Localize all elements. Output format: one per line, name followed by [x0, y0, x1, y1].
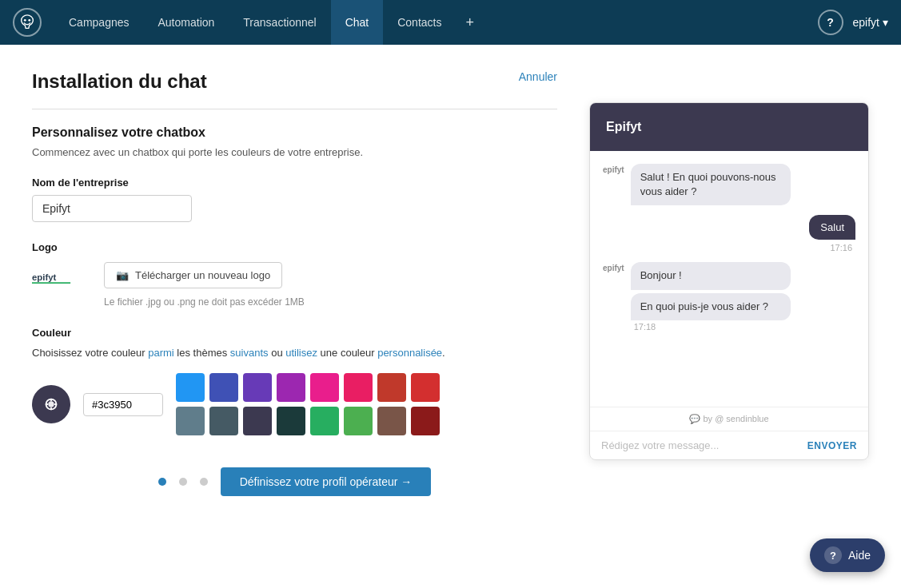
step-dot-3 [200, 478, 208, 486]
header-divider [32, 109, 557, 109]
branding-icon: 💬 [689, 414, 703, 423]
color-desc-parmi: parmi [148, 347, 174, 359]
nav-chat[interactable]: Chat [331, 0, 384, 45]
agent-bubble-2b: En quoi puis-je vous aider ? [631, 293, 791, 320]
logo-row: epifyt 📷 Télécharger un nouveau logo [32, 260, 557, 292]
cancel-link[interactable]: Annuler [519, 70, 557, 83]
swatch-pink[interactable] [310, 373, 339, 402]
section-desc: Commencez avec un chatbox qui porte les … [32, 145, 557, 161]
swatch-dark-grey[interactable] [209, 407, 238, 435]
swatch-blue-grey[interactable] [176, 407, 205, 435]
nav-contacts[interactable]: Contacts [383, 0, 456, 45]
logo-label: Logo [32, 241, 557, 253]
bottom-nav: Définissez votre profil opérateur → [32, 467, 557, 496]
user-menu[interactable]: epifyt ▾ [853, 16, 888, 29]
nav-plus-button[interactable]: + [456, 0, 484, 45]
color-label: Couleur [32, 327, 557, 339]
chat-message-1: epifyt Salut ! En quoi pouvons-nous vous… [603, 164, 855, 205]
chat-body: epifyt Salut ! En quoi pouvons-nous vous… [590, 151, 868, 407]
brand-logo[interactable] [13, 8, 42, 37]
step-dot-1 [158, 478, 166, 486]
chat-preview-header: Epifyt [590, 103, 868, 151]
swatch-dark-red[interactable] [411, 407, 440, 435]
navbar: Campagnes Automation Transactionnel Chat… [0, 0, 901, 45]
page-title: Installation du chat [32, 70, 207, 93]
swatch-brown[interactable] [377, 407, 406, 435]
section-title: Personnalisez votre chatbox [32, 125, 557, 140]
agent-bubble-2a: Bonjour ! [631, 262, 791, 289]
swatch-light-green[interactable] [344, 407, 373, 435]
page-header: Installation du chat Annuler [32, 70, 557, 99]
next-step-button[interactable]: Définissez votre profil opérateur → [221, 467, 432, 496]
svg-point-0 [24, 19, 26, 22]
swatches-row1 [176, 373, 440, 435]
chat-preview-panel: Epifyt epifyt Salut ! En quoi pouvons-no… [589, 102, 869, 496]
swatch-purple[interactable] [277, 373, 305, 402]
branding-text: by @ sendinblue [703, 414, 768, 423]
color-desc-personnalisee: personnalisée [377, 347, 442, 359]
logo-section: Logo epifyt 📷 Télécharger un nouveau log… [32, 241, 557, 308]
chat-message-2: epifyt Bonjour ! En quoi puis-je vous ai… [603, 262, 855, 331]
user-message-time: 17:16 [830, 243, 852, 252]
upload-hint: Le fichier .jpg ou .png ne doit pas excé… [104, 296, 557, 308]
color-desc-suivants: suivants [230, 347, 269, 359]
color-picker-row [32, 373, 557, 435]
nav-automation[interactable]: Automation [144, 0, 229, 45]
help-button[interactable]: ? [818, 10, 843, 35]
chat-branding: 💬 by @ sendinblue [590, 407, 868, 431]
chat-send-button[interactable]: ENVOYER [807, 440, 857, 451]
chat-user-message: Salut 17:16 [603, 215, 855, 252]
agent-avatar-2: epifyt [603, 262, 624, 272]
swatch-blue[interactable] [176, 373, 205, 402]
color-desc-utilisez: utilisez [285, 347, 317, 359]
chat-company-name: Epifyt [606, 120, 641, 134]
swatch-deep-purple[interactable] [243, 373, 272, 402]
logo-preview: epifyt [32, 260, 88, 292]
agent-avatar-1: epifyt [603, 164, 624, 174]
color-hex-input[interactable] [83, 393, 163, 416]
agent-msg-group-1: Salut ! En quoi pouvons-nous vous aider … [631, 164, 855, 205]
color-desc: Choisissez votre couleur parmi les thème… [32, 345, 557, 361]
company-name-input[interactable] [32, 195, 192, 222]
nav-transactionnel[interactable]: Transactionnel [229, 0, 330, 45]
svg-point-1 [28, 19, 30, 22]
swatch-red[interactable] [411, 373, 440, 402]
upload-btn-label: Télécharger un nouveau logo [135, 269, 270, 281]
chat-preview-box: Epifyt epifyt Salut ! En quoi pouvons-no… [589, 102, 869, 460]
agent-bubble-1: Salut ! En quoi pouvons-nous vous aider … [631, 164, 791, 205]
swatch-green[interactable] [310, 407, 339, 435]
svg-text:epifyt: epifyt [32, 272, 57, 281]
swatch-dark-teal[interactable] [277, 407, 305, 435]
swatch-pink2[interactable] [344, 373, 373, 402]
camera-icon: 📷 [116, 269, 129, 281]
step-dot-2 [179, 478, 187, 486]
company-label: Nom de l'entreprise [32, 177, 557, 189]
chat-input-row: Rédigez votre message... ENVOYER [590, 431, 868, 459]
swatch-red-dark[interactable] [377, 373, 406, 402]
company-name-field: Nom de l'entreprise [32, 177, 557, 222]
color-preview-circle [32, 385, 70, 423]
upload-logo-button[interactable]: 📷 Télécharger un nouveau logo [104, 262, 282, 288]
couleur-section: Couleur Choisissez votre couleur parmi l… [32, 327, 557, 436]
svg-point-4 [48, 401, 54, 407]
chat-input-placeholder[interactable]: Rédigez votre message... [601, 439, 807, 451]
color-swatches-grid [176, 373, 440, 435]
nav-campagnes[interactable]: Campagnes [54, 0, 144, 45]
swatch-indigo[interactable] [209, 373, 238, 402]
user-caret-icon: ▾ [883, 16, 888, 29]
user-bubble-1: Salut [809, 215, 855, 240]
agent-msg-group-2: Bonjour ! En quoi puis-je vous aider ? 1… [631, 262, 855, 331]
agent-message-time: 17:18 [634, 322, 852, 332]
swatch-dark-navy[interactable] [243, 407, 272, 435]
user-name: epifyt [853, 16, 879, 29]
left-panel: Installation du chat Annuler Personnalis… [32, 70, 557, 496]
